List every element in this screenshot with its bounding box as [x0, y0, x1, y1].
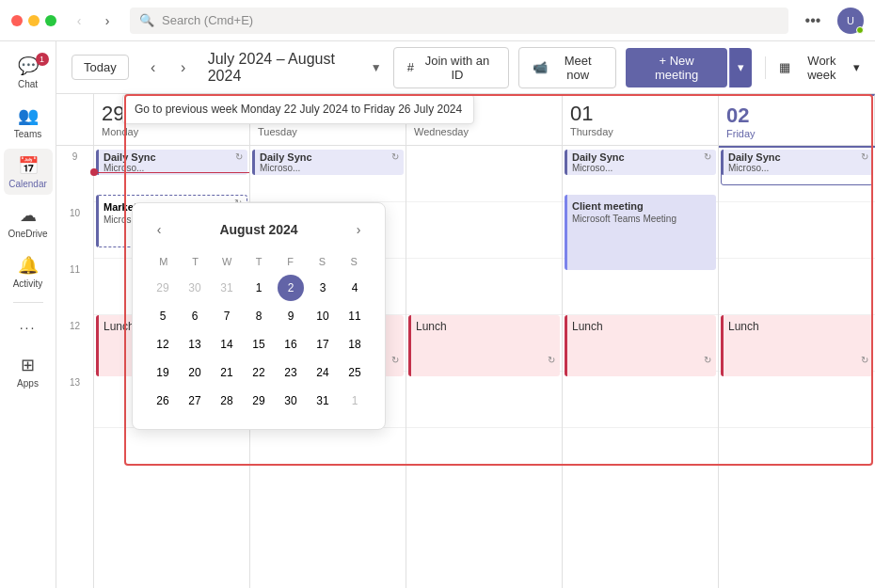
picker-day-19[interactable]: 19: [150, 359, 176, 386]
picker-day-31[interactable]: 31: [310, 388, 336, 414]
month-year-text: July 2024 – August 2024: [208, 51, 365, 85]
back-button[interactable]: ‹: [68, 9, 90, 32]
picker-day-6[interactable]: 6: [182, 303, 208, 329]
slot-wed-9[interactable]: [406, 146, 562, 202]
picker-day-12[interactable]: 12: [150, 331, 176, 358]
join-with-id-label: Join with an ID: [420, 54, 495, 82]
avatar[interactable]: U: [837, 8, 864, 34]
sidebar-item-activity[interactable]: 🔔 Activity: [4, 248, 53, 294]
view-icon: ▦: [779, 60, 790, 74]
picker-day-21[interactable]: 21: [214, 359, 240, 386]
maximize-button[interactable]: [45, 15, 56, 26]
picker-day-31-prev[interactable]: 31: [214, 275, 240, 301]
main-layout: 💬 Chat 1 👥 Teams 📅 Calendar ☁ OneDrive 🔔…: [0, 41, 875, 588]
sidebar-item-teams[interactable]: 👥 Teams: [4, 99, 53, 145]
picker-day-4[interactable]: 4: [342, 275, 368, 301]
slot-wed-10[interactable]: [406, 202, 562, 259]
picker-day-28[interactable]: 28: [214, 388, 240, 414]
event-fri-lunch[interactable]: Lunch ↻: [721, 315, 873, 376]
lunch-label: Lunch: [103, 320, 135, 333]
picker-day-17[interactable]: 17: [310, 331, 336, 358]
picker-day-14[interactable]: 14: [214, 331, 240, 358]
window-controls: [11, 15, 56, 26]
picker-day-1[interactable]: 1: [246, 275, 272, 301]
picker-day-18[interactable]: 18: [342, 331, 368, 358]
sidebar-item-onedrive[interactable]: ☁ OneDrive: [4, 199, 53, 245]
event-sub: Microso...: [260, 163, 399, 173]
picker-month-year: August 2024: [219, 222, 297, 237]
picker-day-23[interactable]: 23: [278, 359, 304, 386]
chat-badge: 1: [36, 53, 49, 66]
tooltip: Go to previous week Monday 22 July 2024 …: [122, 94, 474, 124]
repeat-icon: ↻: [391, 151, 399, 162]
work-week-button[interactable]: ▦ Work week ▾: [779, 54, 860, 82]
picker-day-30[interactable]: 30: [278, 388, 304, 414]
event-title: Client meeting: [572, 200, 644, 212]
lunch-label: Lunch: [572, 320, 603, 333]
picker-day-5[interactable]: 5: [150, 303, 176, 329]
slot-fri-10[interactable]: [719, 202, 875, 259]
today-button[interactable]: Today: [72, 55, 129, 80]
picker-day-10[interactable]: 10: [310, 303, 336, 329]
picker-day-22[interactable]: 22: [246, 359, 272, 386]
day-num-fri: 02: [726, 103, 867, 128]
dow-w: W: [211, 252, 243, 271]
slot-thu-13[interactable]: [563, 372, 718, 428]
minimize-button[interactable]: [28, 15, 40, 26]
repeat-icon-lunch: ↻: [704, 355, 711, 365]
new-meeting-button[interactable]: + New meeting: [626, 48, 727, 87]
picker-day-20[interactable]: 20: [182, 359, 208, 386]
event-title: Daily Sync: [103, 151, 156, 163]
sidebar-label-teams: Teams: [14, 129, 41, 139]
slot-fri-11[interactable]: [719, 259, 875, 315]
event-thu-daily-sync[interactable]: Daily Sync ↻ Microso...: [565, 150, 716, 175]
picker-day-13[interactable]: 13: [182, 331, 208, 358]
slot-wed-11[interactable]: [406, 259, 562, 315]
repeat-icon-lunch: ↻: [391, 355, 399, 365]
picker-day-9[interactable]: 9: [278, 303, 304, 329]
dow-f: F: [275, 252, 307, 271]
meet-now-button[interactable]: 📹 Meet now: [518, 47, 616, 88]
picker-day-7[interactable]: 7: [214, 303, 240, 329]
picker-day-29-prev[interactable]: 29: [150, 275, 176, 301]
event-title: Daily Sync: [260, 151, 312, 163]
picker-day-29[interactable]: 29: [246, 388, 272, 414]
picker-next-button[interactable]: ›: [347, 218, 370, 241]
picker-day-24[interactable]: 24: [310, 359, 336, 386]
more-button[interactable]: •••: [800, 8, 826, 34]
picker-day-11[interactable]: 11: [342, 303, 368, 329]
event-thu-lunch[interactable]: Lunch ↻: [565, 315, 716, 376]
cal-grid: 29 Monday 30 Tuesday 31 Wednesday 01 Thu…: [56, 94, 875, 588]
picker-day-27[interactable]: 27: [182, 388, 208, 414]
sidebar-item-more[interactable]: ···: [4, 310, 53, 344]
calendar-area: Go to previous week Monday 22 July 2024 …: [56, 41, 875, 588]
picker-day-30-prev[interactable]: 30: [182, 275, 208, 301]
picker-prev-button[interactable]: ‹: [148, 218, 170, 241]
join-with-id-button[interactable]: # Join with an ID: [393, 47, 509, 88]
prev-week-button[interactable]: ‹: [140, 55, 167, 81]
picker-day-3[interactable]: 3: [310, 275, 336, 301]
next-week-button[interactable]: ›: [170, 55, 197, 81]
event-wed-lunch[interactable]: Lunch ↻: [408, 315, 560, 376]
picker-day-16[interactable]: 16: [278, 331, 304, 358]
picker-day-1-next[interactable]: 1: [342, 388, 368, 414]
event-thu-client-meeting[interactable]: Client meeting Microsoft Teams Meeting: [565, 195, 716, 270]
event-mon-daily-sync[interactable]: Daily Sync ↻ Microso...: [96, 150, 247, 175]
picker-day-25[interactable]: 25: [342, 359, 368, 386]
search-bar[interactable]: 🔍 Search (Cmd+E): [130, 8, 788, 34]
picker-day-8[interactable]: 8: [246, 303, 272, 329]
slot-wed-13[interactable]: [406, 372, 562, 428]
lunch-label: Lunch: [416, 320, 447, 333]
sidebar-item-calendar[interactable]: 📅 Calendar: [4, 149, 53, 195]
sidebar-item-apps[interactable]: ⊞ Apps: [4, 348, 53, 394]
picker-day-15[interactable]: 15: [246, 331, 272, 358]
close-button[interactable]: [11, 15, 23, 26]
event-fri-daily-sync[interactable]: Daily Sync ↻ Microso...: [721, 150, 873, 175]
month-year-label[interactable]: July 2024 – August 2024 ▼: [208, 51, 382, 85]
forward-button[interactable]: ›: [96, 9, 119, 32]
event-tue-daily-sync[interactable]: Daily Sync ↻ Microso...: [252, 150, 404, 175]
new-meeting-dropdown-button[interactable]: ▾: [729, 48, 752, 87]
picker-day-26[interactable]: 26: [150, 388, 176, 414]
slot-fri-13[interactable]: [719, 372, 875, 428]
picker-day-2-selected[interactable]: 2: [278, 275, 304, 301]
